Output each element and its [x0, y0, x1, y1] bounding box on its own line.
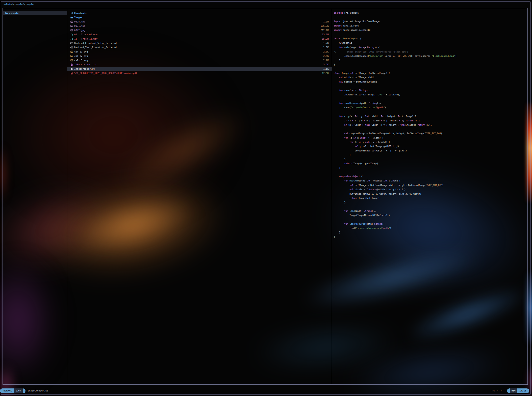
code-line: fun saveResource(path: String) =: [334, 101, 527, 105]
status-filename: ImageCropper.kt: [28, 389, 48, 392]
folder-icon: [5, 12, 8, 14]
file-name: cal-c1.svg: [74, 50, 88, 53]
image-icon: [70, 29, 73, 32]
code-line: fun crop(x: Int, y: Int, width: Int, hei…: [334, 114, 527, 119]
pill-end-cap: [23, 388, 26, 393]
markdown-icon: [70, 42, 73, 44]
file-row[interactable]: ImageCropper.kt1.6K: [67, 67, 332, 71]
preview-pane[interactable]: package org.example import java.awt.imag…: [332, 8, 527, 384]
file-row[interactable]: 0042.jpg212.9K: [67, 28, 332, 32]
file-row[interactable]: Backend_Frontend_Setup_Guide.md1.7K: [67, 41, 332, 45]
file-size: 2.9K: [321, 59, 329, 62]
file-size: 1.3K: [321, 46, 329, 49]
file-row[interactable]: 09 - Track 09.wav15.3M: [67, 32, 332, 37]
code-line: }: [334, 166, 527, 170]
code-line: [334, 97, 527, 101]
permissions-text: -rw-r--r--: [491, 389, 504, 392]
pdf-icon: [70, 72, 73, 74]
code-line: }: [334, 235, 527, 239]
file-row[interactable]: Downloads: [67, 11, 332, 15]
folder-download-icon: [70, 12, 73, 14]
current-pane[interactable]: DownloadsImages0028.jpg1.3M0031.jpg586.3…: [67, 8, 332, 384]
code-line: }: [334, 230, 527, 235]
code-line: }: [334, 153, 527, 157]
file-row[interactable]: 0031.jpg586.3K: [67, 24, 332, 28]
file-row[interactable]: Backend_Test_Execution_Guide.md1.3K: [67, 45, 332, 50]
image-icon: [70, 20, 73, 23]
position-pill: 93% 14/15: [507, 388, 529, 393]
file-name: Images: [74, 16, 83, 19]
archive-icon: [70, 63, 73, 66]
file-name: Backend_Test_Execution_Guide.md: [74, 46, 117, 49]
code-line: val width = buffImage.width: [334, 75, 527, 80]
code-line: [334, 127, 527, 131]
image-icon: [70, 59, 73, 62]
file-size: 1.3M: [321, 20, 329, 23]
file-row[interactable]: 0028.jpg1.3M: [67, 19, 332, 24]
file-size: 15.3M: [320, 38, 329, 40]
cursor-position: 14/15: [517, 388, 529, 393]
file-size: 586.3K: [318, 25, 329, 27]
breadcrumb-path: ~/Data/example/example: [4, 2, 34, 7]
code-line: if (x < 0 || y < 0 || width < 0 || heigh…: [334, 119, 527, 123]
code-line: val pixels = IntArray(width * height) { …: [334, 188, 527, 192]
code-line: ImageIO.write(buffImage, "JPG", File(pat…: [334, 93, 527, 97]
mode-pill: NORMAL 1.6K: [0, 388, 26, 393]
file-row[interactable]: cal-c3.svg2.9K: [67, 58, 332, 63]
file-name: cal-c3.svg: [74, 59, 88, 62]
code-line: }: [334, 63, 527, 67]
file-row[interactable]: cal-c2.svg2.9K: [67, 54, 332, 58]
file-row[interactable]: Images: [67, 15, 332, 19]
terminal-screen: ~/Data/example/example example Downloads…: [0, 0, 532, 396]
code-line: @JvmStatic: [334, 41, 527, 45]
mode-indicator: NORMAL: [0, 388, 14, 393]
file-name: 15 - Track 15.wav: [74, 38, 97, 40]
code-line: return Image(buffImage): [334, 196, 527, 200]
parent-item[interactable]: example: [3, 11, 67, 15]
image-icon: [70, 25, 73, 27]
image-icon: [70, 55, 73, 57]
file-row[interactable]: 15 - Track 15.wav15.3M: [67, 37, 332, 41]
parent-pane[interactable]: example: [3, 8, 67, 384]
file-name: 0031.jpg: [74, 25, 85, 27]
code-line: [334, 15, 527, 19]
code-line: // Image.black(100, 100).saveResource("b…: [334, 50, 527, 54]
code-line: fun load(path: String) =: [334, 209, 527, 213]
code-line: fun main(args: Array<String>) {: [334, 45, 527, 50]
file-size-indicator: 1.6K: [14, 388, 23, 393]
code-line: [334, 32, 527, 37]
file-size: 2.9K: [321, 50, 329, 53]
file-row[interactable]: SBI_0032013739_2023_DE05_0003155631Invoi…: [67, 71, 332, 75]
file-name: IDEAsettings.zip: [74, 63, 96, 66]
image-icon: [70, 50, 73, 53]
code-line: Image.loadResource("black.jpg").crop(50,…: [334, 54, 527, 58]
code-line: import java.awt.image.BufferedImage: [334, 19, 527, 24]
file-row[interactable]: cal-c1.svg2.9K: [67, 50, 332, 54]
code-line: save("src/main/resources/$path"): [334, 105, 527, 110]
code-line: [334, 205, 527, 209]
code-line: companion object {: [334, 174, 527, 179]
file-manager-panes: example DownloadsImages0028.jpg1.3M0031.…: [3, 8, 528, 385]
file-name: Backend_Frontend_Setup_Guide.md: [74, 42, 117, 44]
file-size: 5.2K: [321, 63, 329, 66]
code-line: fun black(width: Int, height: Int): Imag…: [334, 179, 527, 183]
folder-icon: [70, 16, 73, 19]
code-line: }: [334, 200, 527, 205]
status-bar: NORMAL 1.6K ImageCropper.kt -rw-r--r-- 9…: [0, 388, 532, 394]
code-line: package org.example: [334, 11, 527, 15]
audio-icon: [70, 33, 73, 36]
file-row[interactable]: IDEAsettings.zip5.2K: [67, 63, 332, 67]
code-line: fun loadResource(path: String) =: [334, 222, 527, 226]
file-icon: [70, 68, 73, 70]
code-line: object ImageCropper {: [334, 37, 527, 41]
code-line: val buffImage = BufferedImage(width, hei…: [334, 183, 527, 188]
code-line: val height = buffImage.height: [334, 80, 527, 84]
code-line: }: [334, 58, 527, 63]
code-line: [334, 170, 527, 174]
file-name: SBI_0032013739_2023_DE05_0003155631Invoi…: [74, 72, 137, 74]
file-size: 1.6K: [321, 68, 329, 70]
code-line: [334, 218, 527, 222]
scroll-percent: 93%: [510, 388, 517, 393]
code-line: buffImage.setRGB(0, 0, width, height, pi…: [334, 192, 527, 196]
file-name: ImageCropper.kt: [74, 68, 95, 70]
